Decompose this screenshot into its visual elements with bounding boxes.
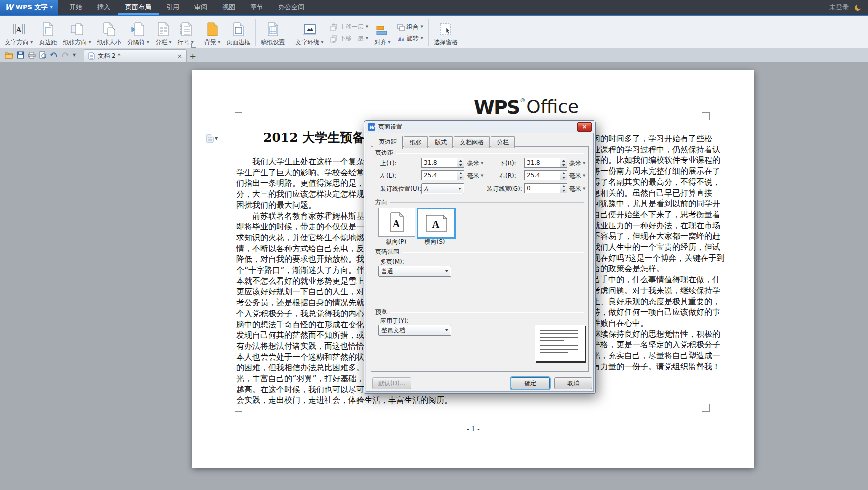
background-button[interactable]: 背景▼ [202, 17, 224, 49]
open-folder-icon[interactable] [5, 52, 14, 59]
paper-size-button[interactable]: 纸张大小 [94, 17, 124, 49]
rotate-icon [397, 35, 405, 43]
menu-references[interactable]: 引用 [159, 0, 187, 15]
document-tab[interactable]: 文档 2 * × [84, 50, 187, 62]
tab-layout[interactable]: 版式 [429, 136, 453, 148]
page-range-legend: 页码范围 [376, 248, 584, 256]
dropdown-caret-icon: ▼ [388, 41, 390, 44]
print-icon[interactable] [28, 52, 36, 59]
multi-pages-select[interactable]: 普通 [378, 266, 452, 277]
margin-left-label: 左(L): [380, 172, 396, 180]
portrait-page-icon: A [390, 212, 404, 232]
default-button[interactable]: 默认(D)... [372, 378, 412, 390]
spinner[interactable] [457, 171, 464, 180]
dialog-close-button[interactable]: × [578, 122, 592, 132]
cancel-button[interactable]: 取消 [554, 378, 592, 390]
tab-document-grid[interactable]: 文档网格 [454, 136, 490, 148]
unit-dropdown[interactable]: 毫米▼ [570, 185, 586, 194]
dialog-titlebar[interactable]: W 页面设置 × [364, 121, 596, 133]
chevron-down-icon: ▼ [50, 6, 52, 10]
text-line: 就业压力的一种好办法，在现在市场 [592, 220, 758, 232]
ribbon-group-arrange: 文字环绕▼ 上移一层▼ 下移一层▼ [292, 17, 426, 49]
unit-dropdown[interactable]: 毫米▼ [468, 172, 484, 180]
line-numbers-icon: 123 [178, 22, 194, 37]
text-line: 继续保持良好的思想觉悟性，积极的 [592, 329, 758, 340]
page-border-button[interactable]: 页面边框 [224, 17, 254, 49]
spinner[interactable] [560, 184, 567, 193]
undo-icon[interactable] [50, 52, 58, 59]
spinner[interactable] [457, 158, 464, 168]
breaks-button[interactable]: 分隔符▼ [124, 17, 152, 49]
dropdown-caret-icon: ▼ [421, 37, 424, 40]
toolbar-dropdown-icon[interactable]: ▼ [73, 53, 76, 58]
menu-bar: 开始 插入 页面布局 引用 审阅 视图 章节 办公空间 [62, 0, 312, 15]
unit-dropdown[interactable]: 毫米▼ [570, 160, 586, 168]
menu-home[interactable]: 开始 [62, 0, 90, 15]
dropdown-caret-icon [443, 270, 451, 272]
bring-forward-button[interactable]: 上移一层▼ [328, 22, 370, 32]
ribbon-group-manuscript: 稿纸设置 [258, 17, 288, 49]
dialog-body: 页边距 纸张 版式 文档网格 分栏 页边距 上(T): 31.8 毫米▼ 下(B… [366, 133, 594, 392]
apply-to-select[interactable]: 整篇文档 [378, 325, 452, 336]
tab-columns[interactable]: 分栏 [491, 136, 515, 148]
group-button[interactable]: 组合▼ [395, 22, 426, 32]
text-boundary-mark [702, 112, 710, 120]
text-direction-icon: A [12, 22, 26, 37]
menu-review[interactable]: 审阅 [187, 0, 215, 15]
menu-insert[interactable]: 插入 [90, 0, 118, 15]
tab-paper[interactable]: 纸张 [404, 136, 428, 148]
paper-orientation-button[interactable]: 纸张方向▼ [60, 17, 94, 49]
redo-icon[interactable] [62, 52, 70, 59]
paper-size-icon [102, 22, 117, 37]
login-status[interactable]: 未登录 [830, 3, 849, 12]
dropdown-caret-icon: ▼ [583, 188, 586, 191]
manuscript-setup-button[interactable]: 稿纸设置 [258, 17, 288, 49]
align-button[interactable]: 对齐▼ [372, 17, 394, 49]
wps-office-watermark: WPS®Office [474, 96, 579, 118]
orientation-landscape-option[interactable]: A [417, 208, 456, 239]
margin-bottom-input[interactable]: 31.8 [524, 158, 568, 168]
new-tab-button[interactable]: + [187, 51, 199, 62]
ok-button[interactable]: 确定 [511, 378, 550, 390]
text-line: 息相关的。虽然自己早已打算直接 [592, 188, 758, 199]
tab-close-icon[interactable]: × [177, 53, 182, 60]
margins-button[interactable]: 页边距 [36, 17, 60, 49]
close-icon: × [582, 124, 587, 130]
margin-right-input[interactable]: 25.4 [524, 170, 568, 180]
selection-pane-button[interactable]: 选择窗格 [431, 17, 461, 49]
columns-button[interactable]: 分栏▼ [152, 17, 174, 49]
quick-access-toolbar: ▼ [2, 48, 79, 62]
rotate-button[interactable]: 旋转▼ [395, 34, 426, 44]
unit-dropdown[interactable]: 毫米▼ [468, 160, 484, 168]
orientation-portrait-option[interactable]: A [378, 208, 416, 237]
unit-dropdown[interactable]: 毫米▼ [570, 172, 586, 180]
menu-view[interactable]: 视图 [215, 0, 243, 15]
text-line: 自己便开始坐不下来了，思考衡量着 [592, 210, 758, 220]
menu-page-layout[interactable]: 页面布局 [118, 0, 159, 15]
group-dialog-launcher-icon[interactable] [192, 44, 196, 48]
wps-app-button[interactable]: W WPS 文字 ▼ [0, 0, 58, 15]
gutter-width-input[interactable]: 0 [524, 184, 568, 194]
menu-section[interactable]: 章节 [243, 0, 271, 15]
menu-workspace[interactable]: 办公空间 [271, 0, 312, 15]
skin-moon-icon[interactable] [854, 4, 862, 12]
margin-left-input[interactable]: 25.4 [422, 170, 464, 180]
dropdown-caret-icon [443, 330, 451, 332]
application-window: W WPS 文字 ▼ 开始 插入 页面布局 引用 审阅 视图 章节 办公空间 未… [0, 0, 868, 490]
text-direction-button[interactable]: A 文字方向▼ [2, 17, 36, 49]
print-preview-icon[interactable] [40, 52, 46, 59]
text-line: 现在好吗?这是一个博弈，关键在于到 [592, 253, 758, 264]
tab-margins[interactable]: 页边距 [373, 136, 403, 149]
spinner[interactable] [560, 171, 567, 180]
text-wrap-button[interactable]: 文字环绕▼ [292, 17, 326, 49]
save-icon[interactable] [17, 52, 24, 59]
text-line: 严格，更是一名坚定的入党积极分子 [592, 340, 758, 350]
text-wrap-icon [302, 22, 318, 37]
send-backward-button[interactable]: 下移一层▼ [328, 34, 370, 44]
orientation-legend: 方向 [376, 198, 584, 207]
margin-page-icon[interactable]: ▼ [206, 134, 218, 143]
spinner[interactable] [560, 158, 567, 168]
gutter-position-select[interactable]: 左 [422, 184, 464, 194]
gutter-position-label: 装订线位置(U): [380, 185, 422, 194]
margin-top-input[interactable]: 31.8 [422, 158, 464, 168]
